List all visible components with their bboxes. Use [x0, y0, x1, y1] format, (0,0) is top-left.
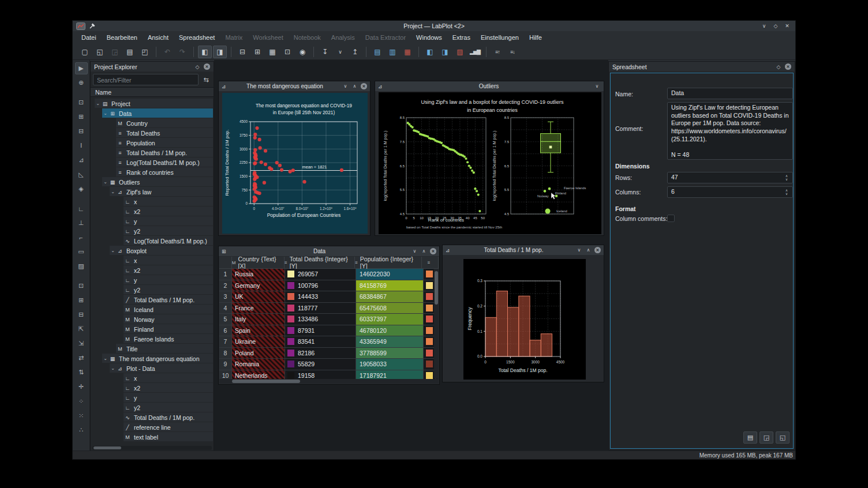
insert-column-right-icon[interactable]: ◨: [438, 46, 452, 58]
name-field[interactable]: Data: [667, 88, 793, 99]
tree-item-x[interactable]: ∟x: [91, 373, 213, 383]
tool-scale-auto-y[interactable]: ⁙: [75, 410, 88, 422]
shade-icon[interactable]: ∨: [342, 82, 349, 90]
cell-population[interactable]: 65475608: [356, 303, 424, 314]
tool-zoom-select[interactable]: ⊡: [75, 96, 88, 108]
statistics-icon[interactable]: ▂▅▇: [468, 46, 482, 58]
outliers-worksheet[interactable]: Using Zipf's law and a boxplot for detec…: [379, 92, 601, 234]
window-histogram[interactable]: ⊿ Total Deaths / 1 M pop. ∨ ∧ ✕ 01500300…: [442, 245, 604, 382]
export-properties-icon[interactable]: ▤: [743, 431, 757, 444]
close-panel-icon[interactable]: ✕: [785, 63, 791, 70]
data-vertical-scrollbar[interactable]: [434, 269, 439, 378]
cell-country[interactable]: Russia: [232, 269, 285, 280]
menu-extras[interactable]: Extras: [447, 31, 476, 44]
cell-country[interactable]: Netherlands: [232, 370, 285, 380]
color-theme-icon[interactable]: ◉: [295, 46, 309, 58]
tool-zoom-x[interactable]: ⊞: [75, 294, 88, 306]
save-as-properties-icon[interactable]: ◱: [776, 431, 790, 444]
table-row[interactable]: 7Ukraine8354143365949: [219, 336, 439, 348]
column-header-2[interactable]: ≡Total Deaths {Integer} [Y]: [285, 257, 355, 269]
data-title-bar[interactable]: ⊞ Data ∨ ∧ ✕: [219, 246, 439, 256]
table-row[interactable]: 6Spain8793146780120: [219, 325, 439, 337]
tree-item-population[interactable]: ≡Population: [91, 138, 213, 148]
column-comments-checkbox[interactable]: [667, 215, 675, 222]
tool-navigate[interactable]: ▶: [75, 62, 88, 74]
cell-total-deaths[interactable]: 83541: [285, 336, 356, 348]
cell-country[interactable]: Ukraine: [232, 336, 285, 348]
histogram-title-bar[interactable]: ⊿ Total Deaths / 1 M pop. ∨ ∧ ✕: [443, 245, 604, 255]
shade-icon[interactable]: ∨: [593, 82, 601, 90]
shade-icon[interactable]: ∨: [411, 247, 418, 255]
table-row[interactable]: 5Italy13348660337397: [219, 314, 439, 325]
save-properties-icon[interactable]: ◲: [760, 431, 773, 444]
tree-item-log-total-deaths-1-m-pop-[interactable]: ≡Log(Total Deaths/1 M pop.): [91, 157, 213, 167]
expander-icon[interactable]: ⌄: [110, 366, 116, 371]
cell-total-deaths[interactable]: 269057: [285, 269, 356, 280]
sort-ascending-icon[interactable]: ≡↑: [491, 46, 504, 58]
tool-scale-auto[interactable]: ✛: [75, 381, 88, 393]
table-row[interactable]: 3UK14443368384867: [219, 291, 439, 303]
tree-item-the-most-dangerous-equation[interactable]: ⌄▦The most dangerous equation: [91, 354, 213, 363]
histogram-worksheet[interactable]: 01500300045000.00.10.20.3Total Deaths / …: [463, 259, 586, 380]
print-icon[interactable]: ▤: [123, 46, 137, 58]
cell-population[interactable]: 146022030: [356, 269, 424, 280]
cell-total-deaths[interactable]: 100796: [285, 280, 356, 292]
tree-item-y2[interactable]: ∟y2: [91, 226, 213, 236]
cell-population[interactable]: 68384867: [356, 291, 424, 303]
tree-column-header[interactable]: Name: [91, 87, 214, 97]
cell-country[interactable]: Spain: [232, 325, 285, 337]
new-project-icon[interactable]: ▢: [78, 46, 92, 58]
tree-item-log-total-deaths-1-m-pop-[interactable]: ∿Log(Total Deaths/1 M pop.): [91, 236, 213, 246]
tree-item-outliers[interactable]: ⌄▦Outliers: [91, 177, 213, 187]
float-panel-icon[interactable]: ◇: [775, 63, 783, 70]
outliers-title-bar[interactable]: ⊿ Outliers ∨: [375, 81, 604, 91]
tree-item-y[interactable]: ∟y: [91, 216, 213, 226]
cell-total-deaths[interactable]: 82186: [285, 348, 356, 359]
tree-item-title[interactable]: MTitle: [91, 344, 213, 354]
tree-item-total-deaths-1m-pop-[interactable]: ≡Total Deaths / 1M pop.: [91, 148, 213, 157]
window-data-spreadsheet[interactable]: ⊞ Data ∨ ∧ ✕ MCountry {Text} [X]≡Total D…: [218, 246, 440, 385]
remove-column-icon[interactable]: ▨: [453, 46, 467, 58]
cell-country[interactable]: Romania: [232, 359, 285, 370]
tree-item-x2[interactable]: ∟x2: [91, 383, 213, 393]
tool-add-boxplot[interactable]: ◈: [75, 183, 88, 195]
tree-item-y[interactable]: ∟y: [91, 393, 213, 403]
tree-item-data[interactable]: ⌄⊞Data: [91, 108, 213, 118]
tree-item-iceland[interactable]: MIceland: [91, 305, 213, 314]
tool-add-histogram[interactable]: ◺: [75, 168, 88, 181]
window-outliers[interactable]: ⊿ Outliers ∨ Using Zipf's law and a boxp…: [375, 81, 604, 236]
tool-scale-auto-x[interactable]: ⁘: [75, 395, 88, 407]
new-matrix-icon[interactable]: ▦: [265, 46, 279, 58]
table-row[interactable]: 2Germany10079684158769: [219, 280, 439, 292]
tool-zoom-in[interactable]: ⊡: [75, 280, 88, 292]
columns-spinbox[interactable]: 6∧∨: [667, 186, 793, 198]
tree-item-norway[interactable]: MNorway: [91, 314, 213, 324]
tool-zoom-x-select[interactable]: ⊞: [75, 111, 88, 123]
rows-spinbox[interactable]: 47∧∨: [667, 172, 793, 183]
tree-item-x[interactable]: ∟x: [91, 256, 213, 265]
tree-item-x[interactable]: ∟x: [91, 197, 213, 207]
tree-item-faeroe-islands[interactable]: MFaeroe Islands: [91, 334, 213, 344]
tree-item-text-label[interactable]: Mtext label: [91, 432, 213, 442]
expander-icon[interactable]: ⌄: [110, 248, 116, 253]
sort-descending-icon[interactable]: ≡↓: [506, 46, 519, 58]
comment-field[interactable]: Using Zipf's Law for detecting European …: [667, 102, 793, 160]
restore-icon[interactable]: ∧: [420, 247, 428, 255]
menu-bearbeiten[interactable]: Bearbeiten: [102, 31, 143, 44]
new-folder-icon[interactable]: ⊟: [235, 46, 249, 58]
tree-item-y2[interactable]: ∟y2: [91, 403, 213, 412]
project-explorer-header[interactable]: Project Explorer ◇ ✕: [91, 62, 214, 72]
cell-total-deaths[interactable]: 55829: [285, 359, 356, 370]
cell-total-deaths[interactable]: 144433: [285, 291, 356, 303]
remove-row-icon[interactable]: ▦: [401, 46, 414, 58]
cell-population[interactable]: 60337397: [356, 314, 424, 325]
tool-add-curve[interactable]: ⊿: [75, 154, 88, 166]
tool-cursor-line[interactable]: Ⅰ: [75, 140, 88, 152]
window-dangerous-equation[interactable]: ⊿ The most dangerous equation ∨ ∧ ✕ The …: [218, 81, 371, 236]
properties-header[interactable]: Spreadsheet ◇ ✕: [609, 62, 795, 72]
table-row[interactable]: 10Netherlands1915817187921: [219, 370, 439, 380]
print-preview-icon[interactable]: ◰: [138, 46, 152, 58]
cell-total-deaths[interactable]: 87931: [285, 325, 356, 337]
expander-icon[interactable]: ⌄: [102, 179, 108, 185]
table-row[interactable]: 4France11877765475608: [219, 303, 439, 314]
